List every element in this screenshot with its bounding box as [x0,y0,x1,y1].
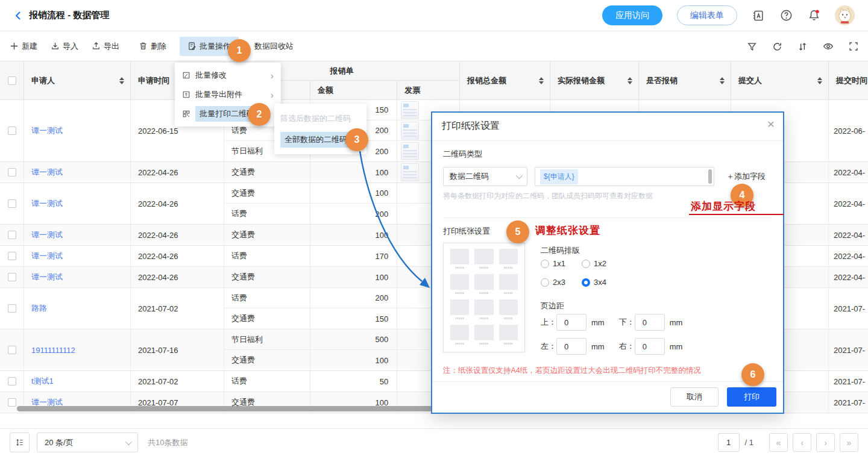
sort-icon[interactable] [119,77,124,84]
dictionary-icon[interactable] [752,9,765,22]
radio-option-3x4[interactable]: 3x4 [582,278,606,287]
back-chevron-icon[interactable] [13,10,24,21]
row-checkbox[interactable] [8,398,16,407]
applicant-link[interactable]: 谭一测试 [31,167,63,178]
bell-icon[interactable] [807,9,820,22]
expense-subrow: 话费200 [224,204,459,224]
import-button[interactable]: 导入 [51,41,78,52]
applicant-link[interactable]: 谭一测试 [31,272,63,283]
qr-preview-cell: xxxxx [474,249,493,270]
menu-item-batch-export-attachments[interactable]: 批量导出附件 › [175,85,281,104]
column-header-submitter[interactable]: 提交人 [731,61,829,100]
prev-page-button[interactable]: ‹ [793,433,811,452]
column-header-submit-time[interactable]: 提交时间 [829,61,868,100]
invoice-thumbnail[interactable] [401,122,419,140]
page-size-select[interactable]: 20 条/页 [37,433,138,452]
eye-icon[interactable] [823,41,834,52]
row-height-button[interactable] [10,433,30,452]
row-checkbox[interactable] [8,273,16,281]
column-header-invoice[interactable]: 发票 [397,81,459,99]
sort-icon[interactable] [627,77,632,84]
qr-placeholder [499,274,518,290]
print-button[interactable]: 打印 [727,387,776,407]
margin-right-input[interactable] [635,338,665,355]
fullscreen-icon[interactable] [849,42,858,51]
invoice-thumbnail[interactable] [401,142,419,160]
page-number-input[interactable] [718,433,740,452]
applicant-link[interactable]: 谭一测试 [31,125,63,136]
app-access-button[interactable]: 应用访问 [602,5,662,25]
input-scrollbar[interactable] [708,169,712,184]
radio-option-1x1[interactable]: 1x1 [541,259,565,268]
close-icon[interactable]: × [767,117,775,130]
recycle-bin-button[interactable]: 数据回收站 [254,41,294,52]
avatar[interactable] [835,5,855,25]
sort-icon[interactable] [817,77,822,84]
column-header-total[interactable]: 报销总金额 [460,61,550,100]
submit-time-cell: 2022-04- [829,267,868,287]
page-title: 报销流程 - 数据管理 [29,10,109,21]
column-header-applicant[interactable]: 申请人 [24,61,131,100]
filter-icon[interactable] [747,42,757,52]
column-header-amount[interactable]: 金额 [310,81,398,99]
applicant-link[interactable]: 谭一测试 [31,230,63,240]
topbar-actions: 应用访问 编辑表单 [602,5,855,25]
last-page-button[interactable]: » [840,433,858,452]
expense-subrow: 话费50 [224,371,459,392]
row-checkbox[interactable] [8,377,16,386]
applicant-link[interactable]: t测试1 [31,376,54,387]
applicant-cell: 谭一测试 [24,225,131,245]
applicant-link[interactable]: 谭一测试 [31,251,63,261]
field-tag[interactable]: ${申请人} [540,169,578,184]
applicant-link[interactable]: 路路 [31,303,47,314]
qr-caption: xxxxx [504,291,513,295]
help-icon[interactable] [779,9,793,22]
export-button[interactable]: 导出 [92,41,119,52]
radio-icon[interactable] [582,260,590,268]
select-all-checkbox[interactable] [8,77,16,85]
menu-item-batch-edit[interactable]: 批量修改 › [175,66,281,85]
row-checkbox[interactable] [8,231,16,239]
submenu-item-filtered-data-qrcode[interactable]: 筛选后数据的二维码 [274,108,366,129]
sort-icon[interactable] [539,77,544,84]
qr-placeholder [450,274,469,290]
invoice-thumbnail[interactable] [401,101,419,119]
expense-amount-cell: 150 [310,308,398,329]
column-header-is-reimbursed[interactable]: 是否报销 [639,61,731,100]
row-checkbox[interactable] [8,252,16,260]
row-checkbox[interactable] [8,346,16,354]
applicant-link[interactable]: 谭一测试 [31,198,63,209]
column-header-actual[interactable]: 实际报销金额 [550,61,639,100]
expense-subrow: 交通费150 [224,308,459,329]
next-page-button[interactable]: › [816,433,835,452]
margin-top-input[interactable] [556,314,587,331]
radio-icon[interactable] [541,278,549,287]
radio-icon-selected[interactable] [582,278,590,287]
margin-left-input[interactable] [556,338,587,355]
applicant-cell: t测试1 [24,371,131,392]
divider [432,140,783,141]
row-checkbox[interactable] [8,126,16,135]
edit-form-button[interactable]: 编辑表单 [677,5,737,25]
applicant-link[interactable]: 19111111112 [31,346,75,355]
qr-content-input[interactable]: ${申请人} [535,167,714,186]
sort-icon[interactable] [720,77,725,84]
row-checkbox[interactable] [8,304,16,313]
add-field-button[interactable]: ＋添加字段 [726,171,766,182]
invoice-thumbnail[interactable] [401,163,419,181]
row-checkbox[interactable] [8,168,16,176]
cancel-button[interactable]: 取消 [670,387,719,407]
step-badge-3: 3 [345,128,368,151]
qr-type-select[interactable]: 数据二维码 [443,167,527,186]
delete-button[interactable]: 删除 [139,41,166,52]
new-record-button[interactable]: 新建 [10,41,37,52]
sort-order-icon[interactable] [797,42,808,52]
row-checkbox[interactable] [8,199,16,208]
radio-option-1x2[interactable]: 1x2 [582,259,606,268]
first-page-button[interactable]: « [769,433,788,452]
refresh-icon[interactable] [772,42,782,52]
radio-option-2x3[interactable]: 2x3 [541,278,565,287]
radio-icon[interactable] [541,260,549,268]
margin-bottom-input[interactable] [635,314,665,331]
qr-preview-cell: xxxxx [499,299,518,321]
